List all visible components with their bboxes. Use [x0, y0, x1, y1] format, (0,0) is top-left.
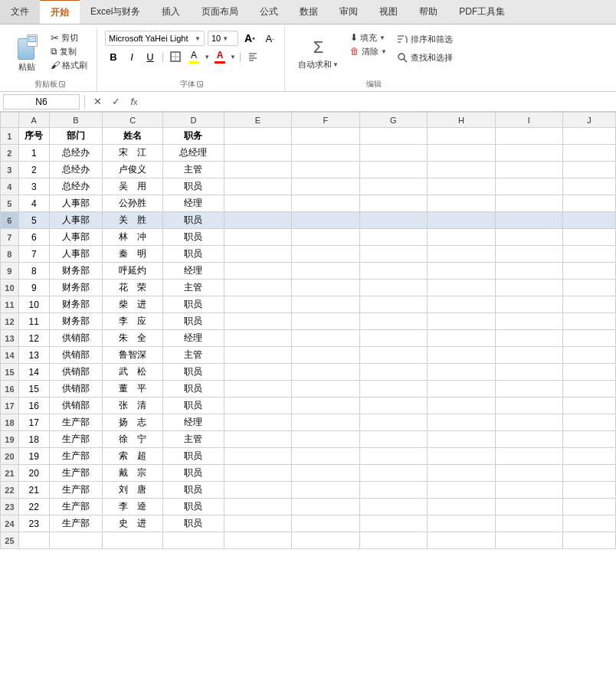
- table-cell[interactable]: 职员: [163, 229, 224, 246]
- table-cell[interactable]: [495, 414, 562, 431]
- table-cell[interactable]: [359, 212, 428, 229]
- table-cell[interactable]: 人事部: [49, 246, 102, 263]
- row-number[interactable]: 7: [1, 229, 19, 246]
- table-cell[interactable]: [428, 246, 496, 263]
- table-cell[interactable]: 朱 全: [103, 330, 163, 347]
- table-cell[interactable]: [359, 347, 428, 364]
- table-cell[interactable]: [224, 330, 292, 347]
- table-cell[interactable]: [428, 465, 496, 482]
- table-cell[interactable]: [224, 296, 292, 313]
- table-cell[interactable]: [359, 162, 428, 178]
- tab-data[interactable]: 数据: [289, 0, 329, 24]
- table-cell[interactable]: [224, 499, 292, 515]
- table-cell[interactable]: [563, 229, 616, 246]
- italic-button[interactable]: I: [123, 49, 140, 64]
- table-cell[interactable]: [292, 448, 360, 465]
- table-cell[interactable]: 扬 志: [103, 414, 163, 431]
- table-cell[interactable]: [292, 515, 360, 532]
- table-cell[interactable]: [428, 515, 496, 532]
- table-cell[interactable]: 人事部: [49, 195, 102, 212]
- table-cell[interactable]: 职员: [163, 246, 224, 263]
- table-cell[interactable]: [495, 195, 562, 212]
- format-painter-button[interactable]: 🖌 格式刷: [48, 58, 90, 72]
- table-cell[interactable]: [224, 212, 292, 229]
- table-cell[interactable]: [563, 162, 616, 178]
- table-cell[interactable]: 13: [18, 347, 49, 364]
- table-cell[interactable]: [18, 532, 49, 549]
- table-cell[interactable]: [428, 364, 496, 381]
- table-cell[interactable]: [495, 229, 562, 246]
- table-cell[interactable]: 职员: [163, 296, 224, 313]
- row-number[interactable]: 8: [1, 246, 19, 263]
- table-cell[interactable]: 15: [18, 381, 49, 398]
- table-cell[interactable]: 8: [18, 263, 49, 280]
- table-cell[interactable]: [359, 381, 428, 398]
- table-cell[interactable]: 生产部: [49, 465, 102, 482]
- table-cell[interactable]: 职务: [163, 128, 224, 145]
- col-A-header[interactable]: A: [18, 113, 49, 128]
- table-cell[interactable]: [495, 263, 562, 280]
- table-cell[interactable]: [359, 448, 428, 465]
- table-cell[interactable]: [292, 431, 360, 448]
- table-cell[interactable]: 职员: [163, 212, 224, 229]
- table-cell[interactable]: 生产部: [49, 482, 102, 499]
- paste-button[interactable]: 粘贴: [9, 31, 44, 77]
- table-cell[interactable]: 职员: [163, 178, 224, 195]
- table-cell[interactable]: [428, 162, 496, 178]
- table-cell[interactable]: [292, 398, 360, 414]
- sort-button[interactable]: 排序和筛选: [393, 31, 456, 47]
- table-cell[interactable]: 总经办: [49, 162, 102, 178]
- table-cell[interactable]: [292, 280, 360, 296]
- table-cell[interactable]: 经理: [163, 263, 224, 280]
- table-cell[interactable]: 职员: [163, 465, 224, 482]
- tab-review[interactable]: 审阅: [329, 0, 369, 24]
- row-number[interactable]: 12: [1, 313, 19, 330]
- table-cell[interactable]: [495, 145, 562, 162]
- table-cell[interactable]: 公孙胜: [103, 195, 163, 212]
- table-cell[interactable]: [292, 347, 360, 364]
- table-cell[interactable]: [563, 431, 616, 448]
- table-cell[interactable]: 供销部: [49, 347, 102, 364]
- autosum-button[interactable]: Σ 自动求和 ▼: [293, 31, 344, 77]
- table-cell[interactable]: [359, 364, 428, 381]
- table-cell[interactable]: [428, 414, 496, 431]
- row-number[interactable]: 14: [1, 347, 19, 364]
- col-H-header[interactable]: H: [428, 113, 496, 128]
- row-number[interactable]: 17: [1, 398, 19, 414]
- row-number[interactable]: 25: [1, 532, 19, 549]
- table-cell[interactable]: [495, 364, 562, 381]
- row-number[interactable]: 19: [1, 431, 19, 448]
- table-cell[interactable]: [563, 296, 616, 313]
- table-cell[interactable]: [359, 398, 428, 414]
- col-G-header[interactable]: G: [359, 113, 428, 128]
- table-cell[interactable]: 供销部: [49, 364, 102, 381]
- table-cell[interactable]: [292, 313, 360, 330]
- table-cell[interactable]: 花 荣: [103, 280, 163, 296]
- table-cell[interactable]: [495, 431, 562, 448]
- table-cell[interactable]: [224, 145, 292, 162]
- table-cell[interactable]: [428, 263, 496, 280]
- table-cell[interactable]: [224, 229, 292, 246]
- row-number[interactable]: 2: [1, 145, 19, 162]
- table-cell[interactable]: [428, 347, 496, 364]
- table-cell[interactable]: [428, 212, 496, 229]
- table-cell[interactable]: [563, 515, 616, 532]
- table-cell[interactable]: 12: [18, 330, 49, 347]
- table-cell[interactable]: [359, 465, 428, 482]
- table-cell[interactable]: [224, 162, 292, 178]
- table-cell[interactable]: [292, 128, 360, 145]
- table-cell[interactable]: 主管: [163, 431, 224, 448]
- table-cell[interactable]: 经理: [163, 414, 224, 431]
- table-cell[interactable]: [563, 448, 616, 465]
- table-cell[interactable]: [359, 532, 428, 549]
- table-cell[interactable]: 张 清: [103, 398, 163, 414]
- table-cell[interactable]: [292, 212, 360, 229]
- fill-color-button[interactable]: A: [185, 49, 202, 64]
- table-cell[interactable]: [224, 515, 292, 532]
- tab-view[interactable]: 视图: [369, 0, 408, 24]
- table-cell[interactable]: 林 冲: [103, 229, 163, 246]
- table-cell[interactable]: 呼延灼: [103, 263, 163, 280]
- table-cell[interactable]: [563, 263, 616, 280]
- table-cell[interactable]: [224, 364, 292, 381]
- table-cell[interactable]: 人事部: [49, 212, 102, 229]
